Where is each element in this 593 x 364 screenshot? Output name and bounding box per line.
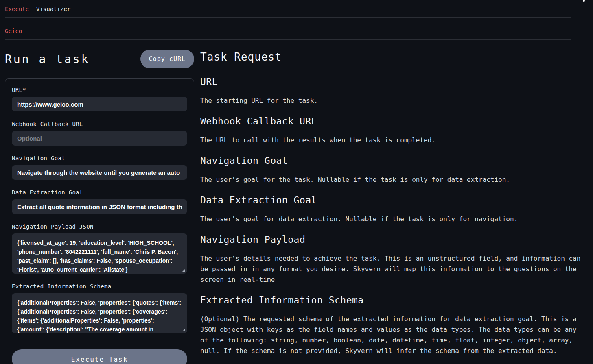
doc-section-body: The user's goal for the task. Nullable i… — [200, 174, 582, 185]
url-input[interactable] — [12, 97, 187, 111]
navigation-payload-textarea[interactable]: {'licensed_at_age': 19, 'education_level… — [12, 233, 187, 274]
navigation-goal-field-group: Navigation Goal — [12, 155, 187, 180]
copy-curl-button[interactable]: Copy cURL — [140, 50, 194, 68]
navigation-goal-label: Navigation Goal — [12, 155, 187, 161]
page-title: Run a task — [5, 52, 90, 66]
navigation-payload-field-group: Navigation Payload JSON {'licensed_at_ag… — [12, 223, 187, 274]
resize-grip-icon[interactable] — [182, 329, 185, 331]
divider — [5, 17, 571, 18]
doc-section-body: The user's details needed to achieve the… — [200, 253, 582, 285]
doc-section-heading: Navigation Goal — [200, 155, 582, 166]
navigation-goal-input[interactable] — [12, 165, 187, 180]
doc-section-body: (Optional) The requested schema of the e… — [200, 314, 582, 356]
navigation-payload-label: Navigation Payload JSON — [12, 223, 187, 230]
doc-section-body: The user's goal for data extraction. Nul… — [200, 214, 582, 225]
extracted-schema-label: Extracted Information Schema — [12, 283, 187, 290]
webhook-field-group: Webhook Callback URL — [12, 121, 187, 146]
run-task-panel: Run a task Copy cURL URL* Webhook Callba… — [5, 48, 194, 364]
resize-grip-icon[interactable] — [182, 269, 185, 272]
webhook-label: Webhook Callback URL — [12, 121, 187, 127]
tab-visualizer[interactable]: Visualizer — [36, 6, 70, 17]
scrollbar-thumb[interactable] — [583, 0, 585, 2]
doc-section-navigation-goal: Navigation Goal The user's goal for the … — [200, 155, 582, 185]
task-request-docs: Task Request URL The starting URL for th… — [200, 48, 582, 364]
doc-section-heading: Webhook Callback URL — [200, 116, 582, 126]
doc-section-data-extraction-goal: Data Extraction Goal The user's goal for… — [200, 195, 582, 225]
docs-title: Task Request — [200, 51, 582, 63]
data-extraction-goal-input[interactable] — [12, 199, 187, 214]
doc-section-extracted-schema: Extracted Information Schema (Optional) … — [200, 295, 582, 356]
task-form: URL* Webhook Callback URL Navigation Goa… — [5, 78, 194, 364]
sub-tab-bar: Geico — [0, 18, 593, 40]
doc-section-heading: Extracted Information Schema — [200, 295, 582, 305]
tab-geico[interactable]: Geico — [5, 28, 22, 39]
main-content: Run a task Copy cURL URL* Webhook Callba… — [0, 40, 593, 364]
doc-section-url: URL The starting URL for the task. — [200, 76, 582, 106]
webhook-input[interactable] — [12, 131, 187, 146]
url-label: URL* — [12, 87, 187, 93]
data-extraction-goal-label: Data Extraction Goal — [12, 189, 187, 196]
doc-section-body: The starting URL for the task. — [200, 96, 582, 106]
doc-section-heading: URL — [200, 76, 582, 87]
extracted-schema-field-group: Extracted Information Schema {'additiona… — [12, 283, 187, 333]
doc-section-webhook: Webhook Callback URL The URL to call wit… — [200, 116, 582, 146]
execute-task-button[interactable]: Execute Task — [12, 349, 187, 364]
data-extraction-goal-field-group: Data Extraction Goal — [12, 189, 187, 214]
extracted-schema-textarea[interactable]: {'additionalProperties': False, 'propert… — [12, 293, 187, 333]
main-tab-bar: Execute Visualizer — [0, 0, 593, 18]
doc-section-heading: Data Extraction Goal — [200, 195, 582, 205]
doc-section-navigation-payload: Navigation Payload The user's details ne… — [200, 234, 582, 285]
tab-execute[interactable]: Execute — [5, 6, 29, 17]
doc-section-heading: Navigation Payload — [200, 234, 582, 245]
doc-section-body: The URL to call with the results when th… — [200, 135, 582, 146]
url-field-group: URL* — [12, 87, 187, 111]
